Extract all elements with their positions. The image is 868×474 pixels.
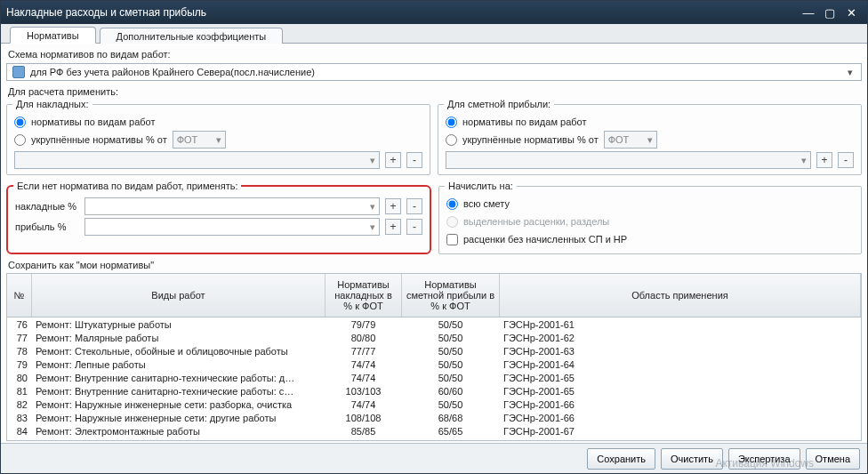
cell-area: ГЭСНр-2001-66	[500, 413, 861, 423]
overhead-fot-combo[interactable]: ФОТ▾	[173, 131, 226, 149]
cell-num: 78	[7, 346, 32, 357]
cell-overhead: 104/104	[326, 439, 402, 441]
cell-profit: 50/50	[402, 319, 500, 330]
overhead-radio-aggregate[interactable]	[14, 134, 26, 146]
table-row[interactable]: 82Ремонт: Наружные инженерные сети: разб…	[7, 398, 861, 411]
col-area[interactable]: Область применения	[500, 274, 861, 317]
save-as-my-normatives-label[interactable]: Сохранить как "мои нормативы"	[8, 260, 862, 270]
tab-extra-coeff[interactable]: Дополнительные коэффициенты	[100, 28, 284, 44]
profit-plus-button[interactable]: +	[816, 152, 832, 168]
overhead-pct-label: накладные %	[15, 201, 79, 212]
cell-num: 81	[7, 386, 32, 397]
profit-radio-kinds[interactable]	[446, 116, 457, 128]
save-button[interactable]: Сохранить	[587, 448, 655, 470]
cancel-button[interactable]: Отмена	[806, 448, 860, 470]
charge-check-no-sp-nr-label: расценки без начисленных СП и НР	[463, 234, 627, 245]
clear-button[interactable]: Очистить	[661, 448, 723, 470]
cell-profit: 50/50	[402, 399, 500, 410]
overhead-pct-minus-button[interactable]: -	[406, 198, 422, 214]
table-row[interactable]: 81Ремонт: Внутренние санитарно-техническ…	[7, 384, 861, 398]
table-row[interactable]: 76Ремонт: Штукатурные работы79/7950/50ГЭ…	[7, 317, 861, 331]
scheme-combo[interactable]: для РФ без учета районов Крайнего Севера…	[6, 63, 862, 81]
cell-profit: 50/50	[402, 373, 500, 383]
cell-work: Ремонт: Штукатурные работы	[32, 319, 326, 330]
cell-profit: 60/60	[402, 439, 500, 441]
scheme-value: для РФ без учета районов Крайнего Севера…	[30, 67, 838, 77]
profit-pct-minus-button[interactable]: -	[406, 219, 422, 235]
book-icon	[12, 66, 25, 78]
maximize-button[interactable]: ▢	[819, 4, 840, 20]
chevron-down-icon: ▾	[370, 155, 375, 166]
overhead-pct-combo[interactable]: ▾	[84, 197, 380, 215]
table-row[interactable]: 84Ремонт: Электромонтажные работы85/8565…	[7, 424, 861, 438]
col-num[interactable]: №	[7, 274, 32, 317]
cell-overhead: 85/85	[326, 426, 402, 437]
group-charge: Начислить на: всю смету выделенные расце…	[438, 181, 862, 254]
col-work[interactable]: Виды работ	[32, 274, 326, 317]
cell-num: 77	[7, 333, 32, 343]
cell-num: 82	[7, 399, 32, 410]
overhead-pct-plus-button[interactable]: +	[385, 198, 401, 214]
footer: Сохранить Очистить Экспертиза Отмена Акт…	[1, 443, 867, 473]
group-overhead-legend: Для накладных:	[12, 99, 92, 109]
table-row[interactable]: 83Ремонт: Наружные инженерные сети: друг…	[7, 411, 861, 424]
cell-profit: 50/50	[402, 359, 500, 370]
grid-header: № Виды работ Нормативы накладных в % к Ф…	[7, 274, 861, 317]
cell-num: 80	[7, 373, 32, 383]
minimize-button[interactable]: —	[798, 4, 819, 20]
charge-radio-all-label: всю смету	[463, 198, 510, 209]
profit-fot-combo[interactable]: ФОТ▾	[604, 131, 657, 149]
chevron-down-icon: ▾	[370, 201, 375, 213]
group-profit-legend: Для сметной прибыли:	[444, 99, 554, 109]
cell-work: Ремонт: Лепные работы	[32, 359, 326, 370]
overhead-minus-button[interactable]: -	[406, 152, 422, 168]
cell-overhead: 74/74	[326, 399, 402, 410]
group-charge-legend: Начислить на:	[445, 181, 517, 191]
cell-profit: 68/68	[402, 413, 500, 423]
grid-body[interactable]: 76Ремонт: Штукатурные работы79/7950/50ГЭ…	[7, 317, 861, 440]
cell-work: Ремонт: Благоустройство	[32, 439, 326, 441]
group-if-no-normative: Если нет норматива по видам работ, приме…	[6, 181, 431, 254]
overhead-radio-aggregate-label: укрупнённые нормативы % от	[31, 134, 167, 145]
profit-value-combo[interactable]: ▾	[446, 151, 811, 169]
cell-area: ГЭСНр-2001-65	[500, 386, 861, 397]
table-row[interactable]: 78Ремонт: Стекольные, обойные и облицово…	[7, 344, 861, 358]
table-row[interactable]: 85Ремонт: Благоустройство104/10460/60ГЭС…	[7, 438, 861, 440]
cell-num: 85	[7, 439, 32, 441]
charge-check-no-sp-nr[interactable]	[446, 234, 458, 245]
overhead-radio-kinds-label: нормативы по видам работ	[31, 116, 155, 127]
col-profit-pct[interactable]: Нормативы сметной прибыли в % к ФОТ	[402, 274, 500, 317]
profit-pct-combo[interactable]: ▾	[84, 218, 380, 236]
window-title: Накладные расходы и сметная прибыль	[6, 6, 798, 19]
cell-overhead: 77/77	[326, 346, 402, 357]
profit-pct-plus-button[interactable]: +	[385, 219, 401, 235]
cell-area: ГЭСНр-2001-64	[500, 359, 861, 370]
close-button[interactable]: ✕	[840, 4, 862, 20]
tab-bar: Нормативы Дополнительные коэффициенты	[1, 24, 867, 44]
charge-radio-selected-label: выделенные расценки, разделы	[463, 216, 609, 227]
cell-area: ГЭСНр-2001-68	[500, 439, 861, 441]
table-row[interactable]: 79Ремонт: Лепные работы74/7450/50ГЭСНр-2…	[7, 358, 861, 371]
cell-work: Ремонт: Наружные инженерные сети: разбор…	[32, 399, 326, 410]
chevron-down-icon: ▾	[647, 134, 653, 146]
tab-normatives[interactable]: Нормативы	[10, 27, 96, 44]
overhead-value-combo[interactable]: ▾	[14, 151, 380, 169]
profit-minus-button[interactable]: -	[838, 152, 854, 168]
content: Схема нормативов по видам работ: для РФ …	[1, 44, 867, 443]
cell-work: Ремонт: Наружные инженерные сети: другие…	[32, 413, 326, 423]
overhead-plus-button[interactable]: +	[385, 152, 401, 168]
cell-work: Ремонт: Стекольные, обойные и облицовочн…	[32, 346, 326, 357]
profit-radio-kinds-label: нормативы по видам работ	[462, 116, 586, 127]
profit-radio-aggregate[interactable]	[446, 134, 457, 146]
cell-overhead: 108/108	[326, 413, 402, 423]
col-overhead-pct[interactable]: Нормативы накладных в % к ФОТ	[326, 274, 402, 317]
titlebar: Накладные расходы и сметная прибыль — ▢ …	[1, 1, 867, 24]
expertise-button[interactable]: Экспертиза	[728, 448, 800, 470]
cell-area: ГЭСНр-2001-65	[500, 373, 861, 383]
overhead-radio-kinds[interactable]	[14, 116, 26, 128]
profit-radio-aggregate-label: укрупнённые нормативы % от	[462, 134, 599, 145]
table-row[interactable]: 77Ремонт: Малярные работы80/8050/50ГЭСНр…	[7, 331, 861, 344]
table-row[interactable]: 80Ремонт: Внутренние санитарно-техническ…	[7, 371, 861, 384]
cell-profit: 60/60	[402, 386, 500, 397]
charge-radio-all[interactable]	[446, 198, 458, 210]
